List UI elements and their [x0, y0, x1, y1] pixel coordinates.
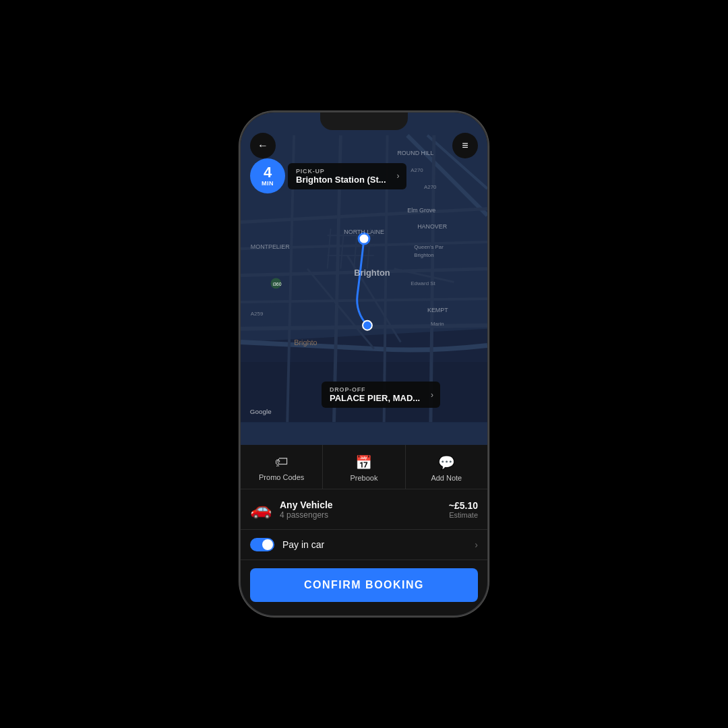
vehicle-passengers: 4 passengers — [280, 510, 441, 520]
svg-text:KEMPT: KEMPT — [427, 307, 448, 313]
svg-text:Elm Grove: Elm Grove — [407, 207, 435, 214]
svg-text:Brighto: Brighto — [294, 338, 317, 346]
dropoff-callout[interactable]: DROP-OFF PALACE PIER, MAD... › — [322, 382, 440, 408]
eta-number: 4 — [264, 165, 272, 180]
map-header: ← ≡ — [250, 133, 478, 158]
eta-label: MIN — [262, 180, 274, 187]
menu-button[interactable]: ≡ — [452, 133, 478, 158]
svg-text:HANOVER: HANOVER — [417, 223, 448, 230]
vehicle-price: ~£5.10 Estimate — [449, 500, 478, 519]
eta-circle: 4 MIN — [250, 158, 285, 193]
back-button[interactable]: ← — [250, 133, 276, 158]
add-note-icon: 💬 — [438, 454, 455, 471]
svg-text:Google: Google — [250, 408, 272, 415]
prebook-label: Prebook — [351, 474, 378, 482]
dropoff-value: PALACE PIER, MAD... — [330, 393, 420, 403]
pickup-value: Brighton Station (St... — [296, 175, 386, 185]
action-row: 🏷 Promo Codes 📅 Prebook 💬 Add Note — [241, 445, 487, 489]
vehicle-info: Any Vehicle 4 passengers — [280, 499, 441, 520]
payment-row[interactable]: Pay in car › — [241, 530, 487, 560]
add-note-label: Add Note — [431, 474, 462, 482]
phone-frame: ROUND HILL A270 A270 Elm Grove HANOVER M… — [239, 111, 489, 617]
toggle-knob — [262, 539, 273, 550]
map-area: ROUND HILL A270 A270 Elm Grove HANOVER M… — [241, 113, 487, 445]
payment-arrow-icon: › — [475, 539, 478, 550]
price-amount: ~£5.10 — [449, 500, 478, 511]
notch — [320, 113, 408, 130]
back-icon: ← — [257, 140, 268, 152]
prebook-button[interactable]: 📅 Prebook — [323, 445, 405, 489]
pickup-label: PICK-UP — [296, 168, 386, 175]
vehicle-name: Any Vehicle — [280, 499, 441, 510]
add-note-button[interactable]: 💬 Add Note — [406, 445, 487, 489]
eta-pickup-row: 4 MIN PICK-UP Brighton Station (St... › — [250, 158, 406, 193]
confirm-booking-label: CONFIRM BOOKING — [304, 579, 424, 590]
pickup-arrow-icon: › — [397, 171, 400, 181]
promo-codes-label: Promo Codes — [259, 473, 304, 481]
svg-text:MONTPELIER: MONTPELIER — [251, 243, 290, 250]
svg-text:A259: A259 — [251, 311, 264, 317]
svg-text:Marin: Marin — [431, 321, 444, 327]
svg-point-25 — [363, 321, 372, 330]
phone-screen: ROUND HILL A270 A270 Elm Grove HANOVER M… — [241, 113, 487, 615]
payment-label: Pay in car — [282, 539, 466, 550]
payment-toggle[interactable] — [250, 538, 274, 551]
svg-text:i360: i360 — [272, 282, 281, 286]
bottom-panel: 🏷 Promo Codes 📅 Prebook 💬 Add Note 🚗 Any… — [241, 445, 487, 615]
price-label: Estimate — [449, 511, 478, 519]
confirm-booking-button[interactable]: CONFIRM BOOKING — [250, 568, 478, 602]
vehicle-icon: 🚗 — [250, 499, 272, 520]
svg-text:Brighton: Brighton — [414, 252, 433, 258]
svg-text:NORTH LAINE: NORTH LAINE — [344, 229, 384, 235]
svg-text:A270: A270 — [424, 184, 437, 190]
promo-codes-icon: 🏷 — [275, 454, 289, 470]
svg-text:Brighton: Brighton — [354, 268, 390, 278]
svg-text:Queen's Par: Queen's Par — [414, 244, 444, 250]
dropoff-arrow-icon: › — [431, 390, 433, 400]
menu-icon: ≡ — [462, 140, 468, 152]
svg-text:Edward St: Edward St — [411, 280, 435, 286]
promo-codes-button[interactable]: 🏷 Promo Codes — [241, 445, 323, 489]
dropoff-label: DROP-OFF — [330, 386, 420, 393]
pickup-callout[interactable]: PICK-UP Brighton Station (St... › — [288, 163, 406, 189]
svg-text:A270: A270 — [411, 167, 423, 173]
prebook-icon: 📅 — [355, 454, 372, 471]
vehicle-row[interactable]: 🚗 Any Vehicle 4 passengers ~£5.10 Estima… — [241, 489, 487, 530]
